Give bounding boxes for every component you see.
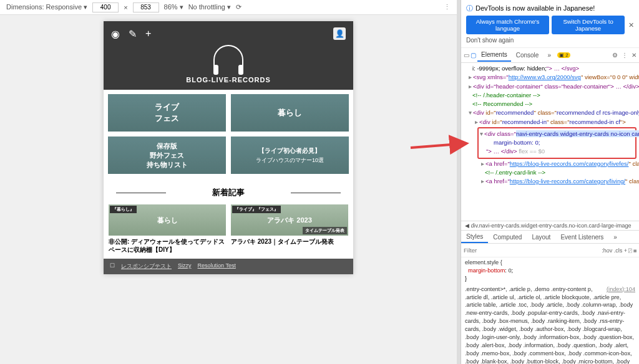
rotate-icon[interactable]: ⟳	[236, 3, 241, 11]
link-responsive[interactable]: レスポンシブテスト	[121, 262, 172, 271]
devtools-tabs: ▭ ▢ Elements Console » ▣ 2 ⚙ ⋮ ✕	[461, 48, 639, 63]
width-input[interactable]	[92, 2, 119, 12]
devtools-banner: ⓘDevTools is now available in Japanese! …	[461, 0, 639, 48]
match-language-button[interactable]: Always match Chrome's language	[466, 16, 549, 34]
tab-styles[interactable]: Styles	[461, 231, 488, 243]
zoom-dropdown[interactable]: 86% ▾	[164, 3, 183, 11]
site-title: BLOG-LIVE-RECORDS	[109, 76, 348, 84]
nav-card-packing[interactable]: 保存版 野外フェス 持ち物リスト	[107, 136, 227, 175]
kebab-icon[interactable]: ⋮	[622, 52, 628, 59]
post-grid: 『暮らし』暮らし 非公開: ディアウォールを使ってデッドスペースに収納棚【DIY…	[104, 204, 353, 259]
device-toolbar: Dimensions: Responsive ▾ × 86% ▾ No thro…	[0, 0, 457, 15]
pane-divider[interactable]	[457, 0, 461, 364]
nav-card-living[interactable]: 暮らし	[230, 93, 349, 132]
brush-icon[interactable]: ✎	[129, 28, 137, 40]
styles-pane[interactable]: element.style { margin-bottom: 0;} (inde…	[461, 257, 639, 364]
checkbox-icon[interactable]: ☐	[110, 262, 115, 271]
nav-card-manners[interactable]: 【ライブ初心者必見】ライブハウスのマナー10選	[230, 136, 349, 175]
inspect-icon[interactable]: ▭	[464, 52, 469, 59]
close-devtools-icon[interactable]: ✕	[632, 52, 637, 59]
mobile-frame: ◉ ✎ + 👤 BLOG-LIVE-RECORDS ライブ フェス 暮らし 保存…	[104, 21, 353, 274]
issues-badge[interactable]: ▣ 2	[557, 52, 570, 58]
link-resolution[interactable]: Resolution Test	[198, 262, 236, 271]
close-icon[interactable]: ✕	[628, 21, 634, 29]
dom-breadcrumb[interactable]: ◀ div.navi-entry-cards.widget-entry-card…	[461, 221, 639, 230]
styles-filter-row: :hov .cls + ⍁ ▦	[461, 244, 639, 257]
tab-elements[interactable]: Elements	[477, 49, 511, 62]
devtools-panel: ⓘDevTools is now available in Japanese! …	[461, 0, 639, 364]
tab-computed[interactable]: Computed	[488, 232, 527, 242]
headphone-logo-icon	[213, 45, 243, 72]
gear-icon[interactable]: ⚙	[612, 52, 618, 59]
tab-console[interactable]: Console	[512, 49, 543, 61]
dashboard-icon[interactable]: ◉	[111, 28, 120, 40]
styles-filter-input[interactable]	[464, 247, 599, 254]
highlighted-dom-element[interactable]: ▾<div class="navi-entry-cards widget-ent…	[477, 127, 637, 159]
height-input[interactable]	[133, 2, 159, 12]
nav-card-livefes[interactable]: ライブ フェス	[107, 93, 227, 132]
device-mode-icon[interactable]: ▢	[471, 52, 476, 59]
dom-tree[interactable]: i: -9999px; overflow: hidden;"> … </svg>…	[461, 63, 639, 221]
switch-language-button[interactable]: Switch DevTools to Japanese	[552, 16, 625, 34]
nav-card-grid: ライブ フェス 暮らし 保存版 野外フェス 持ち物リスト 【ライブ初心者必見】ラ…	[104, 90, 353, 178]
styles-tabs: Styles Computed Layout Event Listeners »	[461, 230, 639, 244]
bottom-bar: ☐ レスポンシブテスト Sizzy Resolution Test	[104, 259, 353, 274]
styles-tools[interactable]: :hov .cls + ⍁ ▦	[602, 247, 637, 254]
tab-events[interactable]: Event Listeners	[555, 232, 608, 242]
info-icon: ⓘ	[466, 4, 473, 12]
tab-styles-more[interactable]: »	[608, 232, 622, 242]
dimensions-dropdown[interactable]: Dimensions: Responsive ▾	[6, 3, 87, 11]
section-title-new: 新着記事	[104, 187, 353, 198]
post-item[interactable]: 『ライブ』『フェス』アラバキ 2023タイムテーブル発表 アラバキ 2023｜タ…	[231, 204, 348, 254]
app-header: ◉ ✎ + 👤 BLOG-LIVE-RECORDS	[104, 21, 353, 90]
dont-show-again[interactable]: Don't show again	[466, 37, 634, 44]
tab-more[interactable]: »	[544, 49, 555, 61]
throttle-dropdown[interactable]: No throttling ▾	[188, 3, 231, 11]
more-options-icon[interactable]: ⋮	[444, 3, 451, 11]
plus-icon[interactable]: +	[145, 28, 151, 40]
post-item[interactable]: 『暮らし』暮らし 非公開: ディアウォールを使ってデッドスペースに収納棚【DIY…	[109, 204, 226, 254]
tab-layout[interactable]: Layout	[527, 232, 555, 242]
source-link[interactable]: (index):104	[607, 285, 635, 294]
avatar[interactable]: 👤	[333, 27, 346, 40]
dimension-separator: ×	[124, 4, 127, 11]
preview-area: ◉ ✎ + 👤 BLOG-LIVE-RECORDS ライブ フェス 暮らし 保存…	[0, 15, 457, 364]
link-sizzy[interactable]: Sizzy	[178, 262, 192, 271]
